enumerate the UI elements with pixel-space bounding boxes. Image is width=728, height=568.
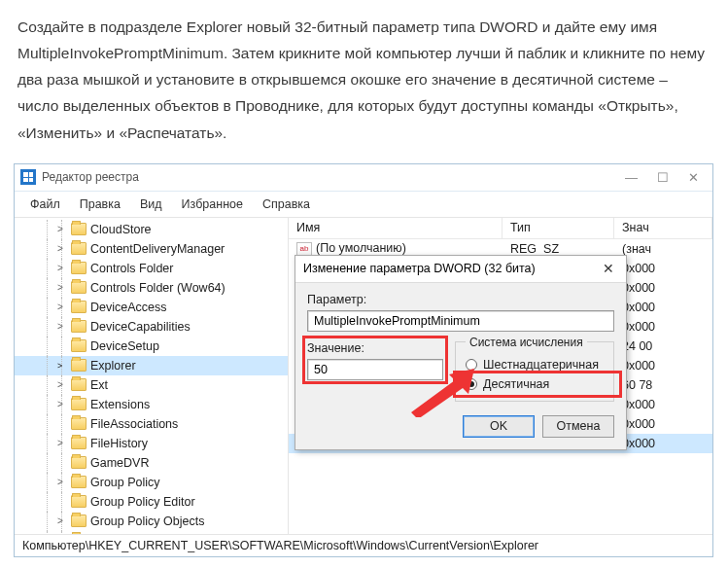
value-data: 0x000 bbox=[614, 437, 712, 450]
list-header: Имя Тип Знач bbox=[289, 218, 712, 239]
tree-item-label: Controls Folder bbox=[90, 262, 173, 275]
tree-item[interactable]: >DeviceCapabilities bbox=[15, 317, 288, 337]
tree-panel[interactable]: >CloudStore>ContentDeliveryManager>Contr… bbox=[15, 218, 289, 534]
tree-item-label: FileAssociations bbox=[90, 417, 178, 431]
chevron-icon: > bbox=[57, 224, 67, 234]
tree-item[interactable]: >Controls Folder (Wow64) bbox=[15, 278, 288, 298]
chevron-icon: > bbox=[57, 282, 67, 293]
folder-icon bbox=[71, 417, 87, 430]
tree-item[interactable]: >DeviceAccess bbox=[15, 298, 288, 317]
regedit-icon bbox=[20, 169, 36, 185]
maximize-button[interactable]: ☐ bbox=[657, 170, 669, 185]
tree-item[interactable]: >Ext bbox=[15, 375, 288, 395]
value-data: 0x000 bbox=[614, 359, 712, 373]
folder-icon bbox=[71, 301, 87, 313]
value-type: REG_SZ bbox=[503, 242, 614, 256]
menu-help[interactable]: Справка bbox=[255, 195, 318, 213]
folder-icon bbox=[71, 476, 87, 488]
folder-icon bbox=[71, 437, 87, 449]
value-data: 0x000 bbox=[614, 320, 712, 334]
tree-item-label: DeviceCapabilities bbox=[90, 320, 191, 334]
cancel-button[interactable]: Отмена bbox=[542, 415, 614, 438]
folder-icon bbox=[71, 223, 87, 235]
radix-dec-row[interactable]: Десятичная bbox=[466, 377, 604, 391]
tree-item[interactable]: >Group Policy Objects bbox=[15, 512, 288, 531]
tree-item-label: Group Policy bbox=[90, 476, 160, 489]
chevron-icon: > bbox=[57, 243, 67, 254]
tree-item-label: Controls Folder (Wow64) bbox=[90, 281, 225, 295]
tree-item[interactable]: Group Policy Editor bbox=[15, 492, 288, 512]
tree-item-label: DeviceAccess bbox=[90, 301, 167, 314]
folder-icon bbox=[71, 359, 87, 372]
folder-icon bbox=[71, 495, 87, 508]
tree-item-label: Group Policy Objects bbox=[90, 515, 204, 528]
value-name: (По умолчанию) bbox=[316, 241, 406, 255]
window-controls: — ☐ ✕ bbox=[625, 170, 707, 185]
folder-icon bbox=[71, 320, 87, 333]
chevron-icon: > bbox=[57, 477, 67, 487]
chevron-icon: > bbox=[57, 321, 67, 332]
col-header-name[interactable]: Имя bbox=[289, 218, 503, 238]
menu-view[interactable]: Вид bbox=[132, 195, 170, 213]
tree-item[interactable]: >Controls Folder bbox=[15, 259, 288, 278]
tree-item[interactable]: >CloudStore bbox=[15, 220, 288, 239]
chevron-icon: > bbox=[57, 438, 67, 448]
menu-file[interactable]: Файл bbox=[22, 195, 68, 213]
menu-favorites[interactable]: Избранное bbox=[174, 195, 251, 213]
dialog-title: Изменение параметра DWORD (32 бита) bbox=[303, 262, 599, 275]
tree-item[interactable]: FileAssociations bbox=[15, 414, 288, 434]
list-panel[interactable]: Имя Тип Знач (По умолчанию)REG_SZ(знач0x… bbox=[289, 218, 712, 534]
edit-dword-dialog: Изменение параметра DWORD (32 бита) ✕ Па… bbox=[295, 255, 627, 450]
col-header-value[interactable]: Знач bbox=[614, 218, 712, 238]
menu-edit[interactable]: Правка bbox=[72, 195, 128, 213]
value-data: 60 78 bbox=[614, 378, 712, 392]
tree-item[interactable]: >Explorer bbox=[15, 356, 288, 375]
folder-icon bbox=[71, 242, 87, 255]
tree-item-label: GameDVR bbox=[90, 456, 149, 470]
value-data: 0x000 bbox=[614, 398, 712, 411]
close-button[interactable]: ✕ bbox=[688, 170, 699, 185]
folder-icon bbox=[71, 515, 87, 527]
tree-item[interactable]: GameDVR bbox=[15, 453, 288, 473]
value-label: Значение: bbox=[307, 341, 443, 355]
tree-item-label: CloudStore bbox=[90, 223, 152, 236]
tree-item[interactable]: >Group Policy bbox=[15, 473, 288, 492]
col-header-type[interactable]: Тип bbox=[503, 218, 614, 238]
tree-item[interactable]: >FileHistory bbox=[15, 434, 288, 453]
value-data: 0x000 bbox=[614, 301, 712, 314]
tree-item[interactable]: >ContentDeliveryManager bbox=[15, 239, 288, 259]
folder-icon bbox=[71, 281, 87, 294]
tree-item-label: Explorer bbox=[90, 359, 136, 373]
value-data: 0x000 bbox=[614, 417, 712, 431]
statusbar: Компьютер\HKEY_CURRENT_USER\SOFTWARE\Mic… bbox=[15, 534, 712, 556]
radio-hex[interactable] bbox=[466, 359, 477, 371]
value-data: 24 00 bbox=[614, 339, 712, 353]
ok-button[interactable]: OK bbox=[463, 415, 535, 438]
param-name-input bbox=[307, 310, 614, 332]
dialog-close-button[interactable]: ✕ bbox=[599, 261, 618, 276]
radio-dec[interactable] bbox=[466, 378, 477, 390]
value-input[interactable] bbox=[307, 359, 443, 380]
chevron-icon: > bbox=[57, 399, 67, 409]
article-paragraph: Создайте в подразделе Explorer новый 32-… bbox=[0, 0, 728, 156]
radix-hex-row[interactable]: Шестнадцатеричная bbox=[466, 358, 604, 372]
tree-item-label: DeviceSetup bbox=[90, 339, 159, 353]
param-label: Параметр: bbox=[307, 293, 614, 306]
tree-item[interactable]: >Extensions bbox=[15, 395, 288, 414]
tree-item-label: ContentDeliveryManager bbox=[90, 242, 225, 256]
tree-item[interactable]: >HomeGroup bbox=[15, 531, 288, 534]
tree-item-label: FileHistory bbox=[90, 437, 148, 450]
radix-legend: Система исчисления bbox=[466, 336, 587, 349]
chevron-icon: > bbox=[57, 263, 67, 273]
folder-icon bbox=[71, 262, 87, 274]
menubar: Файл Правка Вид Избранное Справка bbox=[15, 192, 712, 218]
minimize-button[interactable]: — bbox=[625, 170, 638, 185]
value-data: 0x000 bbox=[614, 262, 712, 275]
value-data: 0x000 bbox=[614, 281, 712, 295]
radix-fieldset: Система исчисления Шестнадцатеричная Дес… bbox=[455, 341, 614, 402]
radix-dec-label: Десятичная bbox=[483, 377, 549, 391]
tree-item[interactable]: DeviceSetup bbox=[15, 337, 288, 356]
folder-icon bbox=[71, 398, 87, 410]
tree-item-label: Ext bbox=[90, 378, 108, 392]
chevron-icon: > bbox=[57, 379, 67, 390]
